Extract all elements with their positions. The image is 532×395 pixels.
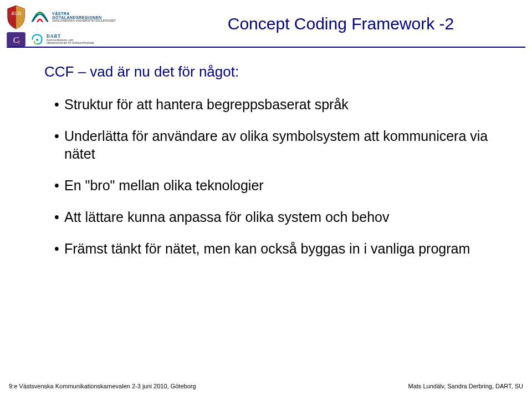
svg-text:ÆGIS: ÆGIS: [11, 11, 22, 16]
bullet-item: Underlätta för användare av olika symbol…: [54, 128, 493, 163]
dart-logo: DART Kommunikations- och dataresurscente…: [30, 33, 94, 45]
subtitle: CCF – vad är nu det för något:: [44, 63, 493, 80]
bullet-item: En "bro" mellan olika teknologier: [54, 177, 493, 194]
vastra-sub: SAHLGRENSKA UNIVERSITETSSJUKHUSET: [52, 19, 116, 22]
dart-swirl-icon: [30, 33, 44, 45]
dart-text: DART Kommunikations- och dataresurscente…: [47, 34, 94, 45]
bullet-item: Att lättare kunna anpassa för olika syst…: [54, 209, 493, 226]
vastra-gotaland-logo: VÄSTRA GÖTALANDSREGIONEN SAHLGRENSKA UNI…: [30, 11, 116, 24]
logo-row-1: ÆGIS VÄSTRA GÖTALANDSREGIONEN SAHLGRENSK…: [6, 4, 133, 30]
ct-square-icon: C t: [6, 31, 27, 48]
content: CCF – vad är nu det för något: Struktur …: [0, 48, 532, 258]
bullet-item: Struktur för att hantera begreppsbaserat…: [54, 96, 493, 113]
footer: 9:e Västsvenska Kommunikationskarnevalen…: [0, 383, 532, 389]
logo-row-2: C t DART Kommunikations- och dataresursc…: [6, 31, 133, 48]
footer-right: Mats Lundälv, Sandra Derbring, DART, SU: [408, 383, 523, 389]
vastra-text: VÄSTRA GÖTALANDSREGIONEN SAHLGRENSKA UNI…: [52, 12, 116, 23]
title-area: Concept Coding Framework -2: [133, 4, 526, 33]
svg-point-4: [36, 39, 38, 41]
footer-left: 9:e Västsvenska Kommunikationskarnevalen…: [9, 383, 196, 389]
aegis-shield-icon: ÆGIS: [6, 4, 27, 30]
page-title: Concept Coding Framework -2: [155, 14, 526, 33]
dart-sub2: dataresurscenter för funktionshindrade: [47, 41, 94, 44]
bullet-list: Struktur för att hantera begreppsbaserat…: [44, 96, 493, 258]
header: ÆGIS VÄSTRA GÖTALANDSREGIONEN SAHLGRENSK…: [0, 0, 532, 45]
vastra-line1: VÄSTRA: [52, 12, 70, 16]
logo-block: ÆGIS VÄSTRA GÖTALANDSREGIONEN SAHLGRENSK…: [6, 4, 133, 48]
vastra-mark-icon: [30, 11, 50, 24]
bullet-item: Främst tänkt för nätet, men kan också by…: [54, 240, 493, 257]
